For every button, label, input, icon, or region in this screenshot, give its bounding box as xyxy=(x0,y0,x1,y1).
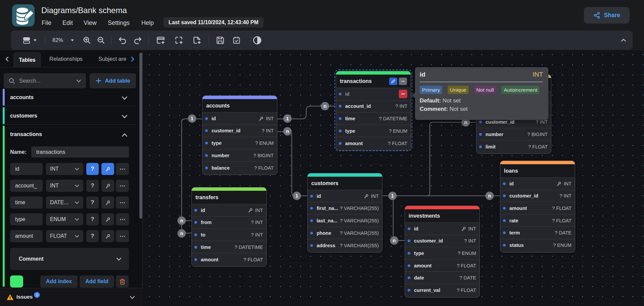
svg-text:n: n xyxy=(180,230,183,236)
svg-text:n: n xyxy=(488,193,491,199)
svg-text:1: 1 xyxy=(391,193,394,199)
svg-text:1: 1 xyxy=(191,116,193,121)
svg-text:n: n xyxy=(286,128,289,134)
svg-text:1: 1 xyxy=(286,116,289,121)
svg-text:n: n xyxy=(393,237,396,243)
svg-text:1: 1 xyxy=(295,193,298,199)
svg-text:n: n xyxy=(180,218,183,223)
svg-text:n: n xyxy=(323,103,326,109)
svg-text:n: n xyxy=(464,119,467,125)
